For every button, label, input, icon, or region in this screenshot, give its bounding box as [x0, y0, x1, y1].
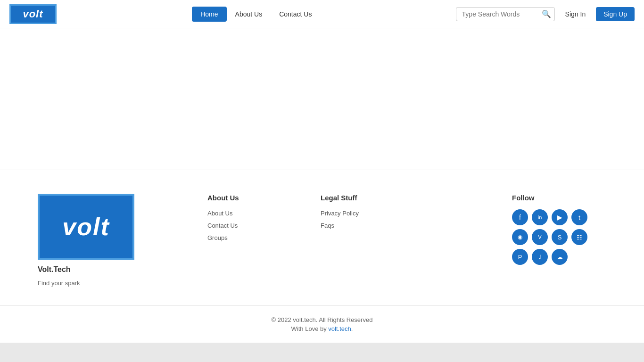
list-item: Faqs: [321, 222, 493, 229]
footer-about-heading: About Us: [207, 194, 302, 202]
footer-brand: volt Volt.Tech Find your spark: [38, 194, 189, 287]
signin-link[interactable]: Sign In: [561, 8, 591, 21]
love-prefix: With Love by: [291, 325, 329, 332]
logo-box: volt: [9, 4, 57, 24]
social-icons-grid: f in ▶ t ◉ V S ☷ P ♩ ☁: [512, 209, 606, 265]
facebook-icon[interactable]: f: [512, 209, 528, 225]
copyright-bar: © 2022 volt.tech. All Rights Reserved Wi…: [0, 305, 644, 343]
search-wrapper: 🔍: [456, 7, 555, 21]
groups-link[interactable]: Groups: [207, 234, 228, 241]
footer-follow-col: Follow f in ▶ t ◉ V S ☷ P ♩ ☁: [512, 194, 606, 287]
navbar: volt Home About Us Contact Us 🔍 Sign In …: [0, 0, 644, 28]
footer-about-col: About Us About Us Contact Us Groups: [207, 194, 302, 287]
soundcloud-icon[interactable]: ☁: [552, 249, 568, 265]
main-content: [0, 28, 644, 170]
youtube-icon[interactable]: ▶: [552, 209, 568, 225]
navbar-right: 🔍 Sign In Sign Up: [456, 7, 635, 21]
nav-links: Home About Us Contact Us: [192, 7, 320, 22]
list-item: Groups: [207, 234, 302, 241]
pinterest-icon[interactable]: P: [512, 249, 528, 265]
nav-contact[interactable]: Contact Us: [271, 7, 320, 22]
gray-section: [0, 343, 644, 362]
footer-logo-box: volt: [38, 194, 134, 260]
logo-container[interactable]: volt: [9, 4, 57, 24]
linkedin-icon[interactable]: in: [532, 209, 548, 225]
footer-logo-text: volt: [62, 213, 109, 241]
footer-about-list: About Us Contact Us Groups: [207, 209, 302, 241]
skype-icon[interactable]: S: [552, 229, 568, 245]
dribbble-icon[interactable]: ◉: [512, 229, 528, 245]
tiktok-icon[interactable]: ♩: [532, 249, 548, 265]
privacy-policy-link[interactable]: Privacy Policy: [321, 210, 359, 217]
about-us-link[interactable]: About Us: [207, 210, 232, 217]
twitter-icon[interactable]: t: [571, 209, 587, 225]
nav-home[interactable]: Home: [192, 7, 226, 22]
footer-tagline: Find your spark: [38, 280, 189, 287]
search-input[interactable]: [456, 7, 555, 21]
footer-brand-name: Volt.Tech: [38, 265, 189, 274]
logo-text: volt: [23, 8, 43, 20]
search-button[interactable]: 🔍: [542, 9, 551, 18]
list-item: About Us: [207, 209, 302, 217]
list-item: Privacy Policy: [321, 209, 493, 217]
footer-follow-heading: Follow: [512, 194, 606, 202]
copyright-notice: © 2022 volt.tech. All Rights Reserved: [272, 316, 373, 323]
vimeo-icon[interactable]: V: [532, 229, 548, 245]
nav-about[interactable]: About Us: [227, 7, 271, 22]
signup-button[interactable]: Sign Up: [596, 7, 635, 21]
footer-grid: volt Volt.Tech Find your spark About Us …: [38, 194, 606, 287]
list-item: Contact Us: [207, 222, 302, 229]
footer: volt Volt.Tech Find your spark About Us …: [0, 170, 644, 305]
love-text: With Love by volt.tech.: [0, 325, 644, 332]
faqs-link[interactable]: Faqs: [321, 222, 334, 229]
love-suffix: .: [351, 325, 353, 332]
instagram-icon[interactable]: ☷: [571, 229, 587, 245]
footer-legal-heading: Legal Stuff: [321, 194, 493, 202]
footer-legal-col: Legal Stuff Privacy Policy Faqs: [321, 194, 493, 287]
contact-us-link[interactable]: Contact Us: [207, 222, 238, 229]
volt-tech-link[interactable]: volt.tech: [328, 325, 351, 332]
copyright-text: © 2022 volt.tech. All Rights Reserved: [0, 316, 644, 323]
footer-legal-list: Privacy Policy Faqs: [321, 209, 493, 229]
